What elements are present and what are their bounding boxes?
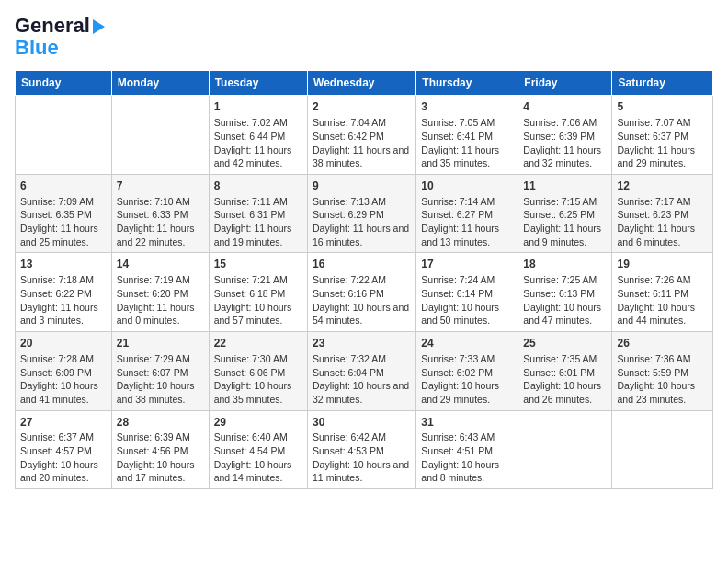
- day-info-text: Sunset: 4:54 PM: [214, 444, 302, 458]
- day-info-text: Daylight: 11 hours and 16 minutes.: [313, 222, 411, 248]
- day-info-text: Sunrise: 7:02 AM: [214, 116, 302, 130]
- day-info-text: Sunset: 5:59 PM: [617, 366, 708, 380]
- day-number: 8: [214, 178, 302, 194]
- day-info-text: Sunset: 6:31 PM: [214, 208, 302, 222]
- calendar-cell: 16Sunrise: 7:22 AMSunset: 6:16 PMDayligh…: [308, 253, 416, 332]
- day-info-text: Sunrise: 7:25 AM: [523, 273, 607, 287]
- day-info-text: Sunrise: 7:19 AM: [117, 273, 204, 287]
- day-number: 12: [617, 178, 708, 194]
- day-info-text: Daylight: 11 hours and 22 minutes.: [117, 222, 204, 248]
- day-info-text: Sunrise: 7:30 AM: [214, 352, 302, 366]
- day-info-text: Daylight: 10 hours and 54 minutes.: [313, 301, 411, 327]
- day-number: 28: [117, 415, 204, 431]
- day-info-text: Sunrise: 7:26 AM: [617, 273, 708, 287]
- day-info-text: Sunrise: 7:35 AM: [523, 352, 607, 366]
- day-info-text: Sunrise: 7:04 AM: [313, 116, 411, 130]
- calendar-cell: 21Sunrise: 7:29 AMSunset: 6:07 PMDayligh…: [111, 332, 209, 411]
- day-info-text: Sunset: 6:14 PM: [421, 287, 513, 301]
- day-info-text: Daylight: 10 hours and 20 minutes.: [20, 458, 107, 485]
- day-info-text: Sunrise: 7:13 AM: [313, 195, 411, 209]
- day-number: 22: [214, 336, 302, 351]
- day-info-text: Sunset: 6:37 PM: [617, 130, 708, 144]
- day-info-text: Daylight: 10 hours and 35 minutes.: [214, 379, 302, 406]
- day-info-text: Daylight: 11 hours and 25 minutes.: [20, 222, 107, 248]
- day-number: 5: [617, 99, 708, 115]
- day-info-text: Sunrise: 6:40 AM: [214, 431, 302, 444]
- day-info-text: Sunset: 6:09 PM: [20, 366, 107, 380]
- calendar-cell: 23Sunrise: 7:32 AMSunset: 6:04 PMDayligh…: [308, 332, 416, 411]
- calendar-cell: 25Sunrise: 7:35 AMSunset: 6:01 PMDayligh…: [518, 332, 612, 411]
- day-info-text: Sunset: 6:07 PM: [117, 366, 204, 380]
- day-info-text: Sunrise: 7:14 AM: [421, 195, 513, 209]
- calendar-cell: 31Sunrise: 6:43 AMSunset: 4:51 PMDayligh…: [416, 410, 518, 489]
- day-number: 19: [617, 257, 708, 272]
- day-info-text: Daylight: 10 hours and 11 minutes.: [313, 458, 411, 485]
- day-number: 30: [313, 415, 411, 431]
- day-of-week-header: Tuesday: [209, 71, 307, 96]
- day-number: 17: [421, 257, 513, 272]
- day-info-text: Daylight: 11 hours and 19 minutes.: [214, 222, 302, 248]
- day-of-week-header: Wednesday: [308, 71, 416, 96]
- calendar-cell: 3Sunrise: 7:05 AMSunset: 6:41 PMDaylight…: [416, 96, 518, 175]
- calendar-cell: 13Sunrise: 7:18 AMSunset: 6:22 PMDayligh…: [16, 253, 112, 332]
- day-info-text: Sunset: 4:51 PM: [421, 444, 513, 458]
- day-info-text: Sunset: 6:33 PM: [117, 208, 204, 222]
- day-info-text: Daylight: 11 hours and 42 minutes.: [214, 144, 302, 170]
- day-info-text: Sunrise: 6:39 AM: [117, 431, 204, 444]
- day-info-text: Sunset: 6:42 PM: [313, 130, 411, 144]
- day-info-text: Daylight: 10 hours and 23 minutes.: [617, 379, 708, 406]
- day-number: 6: [20, 178, 107, 194]
- day-info-text: Daylight: 11 hours and 13 minutes.: [421, 222, 513, 248]
- day-info-text: Sunset: 6:29 PM: [313, 208, 411, 222]
- day-info-text: Sunrise: 7:33 AM: [421, 352, 513, 366]
- calendar-cell: 2Sunrise: 7:04 AMSunset: 6:42 PMDaylight…: [308, 96, 416, 175]
- day-info-text: Daylight: 10 hours and 38 minutes.: [117, 379, 204, 406]
- day-info-text: Sunrise: 7:22 AM: [313, 273, 411, 287]
- day-info-text: Daylight: 11 hours and 35 minutes.: [421, 144, 513, 170]
- day-info-text: Sunrise: 7:11 AM: [214, 195, 302, 209]
- day-number: 25: [523, 336, 607, 351]
- day-info-text: Daylight: 10 hours and 26 minutes.: [523, 379, 607, 406]
- calendar-cell: 30Sunrise: 6:42 AMSunset: 4:53 PMDayligh…: [308, 410, 416, 489]
- day-info-text: Daylight: 10 hours and 47 minutes.: [523, 301, 607, 327]
- day-info-text: Daylight: 11 hours and 9 minutes.: [523, 222, 607, 248]
- calendar-cell: 11Sunrise: 7:15 AMSunset: 6:25 PMDayligh…: [518, 174, 612, 253]
- day-number: 2: [313, 99, 411, 115]
- day-number: 3: [421, 99, 513, 115]
- day-info-text: Daylight: 10 hours and 57 minutes.: [214, 301, 302, 327]
- day-info-text: Sunrise: 7:29 AM: [117, 352, 204, 366]
- day-number: 15: [214, 257, 302, 272]
- calendar-cell: 27Sunrise: 6:37 AMSunset: 4:57 PMDayligh…: [16, 410, 112, 489]
- day-of-week-header: Saturday: [612, 71, 713, 96]
- calendar-cell: 19Sunrise: 7:26 AMSunset: 6:11 PMDayligh…: [612, 253, 713, 332]
- day-info-text: Daylight: 11 hours and 38 minutes.: [313, 144, 411, 170]
- day-info-text: Sunrise: 7:09 AM: [20, 195, 107, 209]
- calendar-cell: 6Sunrise: 7:09 AMSunset: 6:35 PMDaylight…: [16, 174, 112, 253]
- day-info-text: Sunset: 6:22 PM: [20, 287, 107, 301]
- day-number: 23: [313, 336, 411, 351]
- day-info-text: Sunset: 6:04 PM: [313, 366, 411, 380]
- day-info-text: Sunset: 6:23 PM: [617, 208, 708, 222]
- calendar-table: SundayMondayTuesdayWednesdayThursdayFrid…: [15, 70, 713, 489]
- day-info-text: Daylight: 11 hours and 29 minutes.: [617, 144, 708, 170]
- day-number: 13: [20, 257, 107, 272]
- page-header: General Blue: [15, 15, 713, 59]
- calendar-cell: 29Sunrise: 6:40 AMSunset: 4:54 PMDayligh…: [209, 410, 307, 489]
- calendar-cell: 1Sunrise: 7:02 AMSunset: 6:44 PMDaylight…: [209, 96, 307, 175]
- day-info-text: Sunset: 6:27 PM: [421, 208, 513, 222]
- day-info-text: Sunrise: 7:36 AM: [617, 352, 708, 366]
- day-info-text: Sunset: 6:01 PM: [523, 366, 607, 380]
- day-info-text: Daylight: 10 hours and 14 minutes.: [214, 458, 302, 485]
- day-info-text: Daylight: 11 hours and 3 minutes.: [20, 301, 107, 327]
- calendar-cell: [518, 410, 612, 489]
- day-of-week-header: Friday: [518, 71, 612, 96]
- calendar-cell: [111, 96, 209, 175]
- day-number: 29: [214, 415, 302, 431]
- day-info-text: Sunrise: 7:32 AM: [313, 352, 411, 366]
- day-info-text: Sunrise: 7:24 AM: [421, 273, 513, 287]
- day-info-text: Sunrise: 6:42 AM: [313, 431, 411, 444]
- day-number: 16: [313, 257, 411, 272]
- day-info-text: Sunrise: 6:43 AM: [421, 431, 513, 444]
- day-info-text: Daylight: 11 hours and 0 minutes.: [117, 301, 204, 327]
- calendar-cell: 7Sunrise: 7:10 AMSunset: 6:33 PMDaylight…: [111, 174, 209, 253]
